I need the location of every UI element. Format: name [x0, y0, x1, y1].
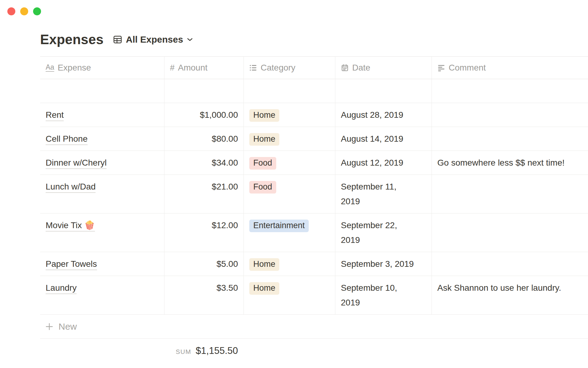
cell-category[interactable]: Entertainment: [244, 213, 335, 252]
cell-date[interactable]: August 14, 2019: [335, 127, 432, 151]
table-row: Dinner w/Cheryl$34.00FoodAugust 12, 2019…: [40, 151, 588, 175]
expense-title: Rent: [46, 110, 64, 121]
expense-title: Lunch w/Dad: [46, 182, 96, 193]
page: Expenses All Expenses AaExpense#AmountCa…: [0, 0, 588, 356]
date-text: 2019: [341, 236, 426, 245]
new-row-button[interactable]: New: [40, 315, 588, 339]
cell-expense[interactable]: Rent: [40, 103, 164, 127]
view-switcher[interactable]: All Expenses: [113, 34, 193, 45]
sum-row: SUM $1,155.50: [40, 339, 588, 356]
cell-category[interactable]: Home: [244, 252, 335, 276]
cell-date[interactable]: September 3, 2019: [335, 252, 432, 276]
zoom-button[interactable]: [33, 7, 41, 15]
column-header-comment[interactable]: Comment: [432, 57, 588, 79]
amount-sum[interactable]: SUM $1,155.50: [164, 339, 244, 356]
cell-category[interactable]: Home: [244, 127, 335, 151]
page-title: Expenses: [40, 32, 104, 47]
cell-category[interactable]: Food: [244, 151, 335, 174]
expense-title: Laundry: [46, 283, 77, 294]
column-header-category[interactable]: Category: [244, 57, 335, 79]
sum-label: SUM: [176, 348, 191, 355]
expense-title: Paper Towels: [46, 259, 97, 270]
cell-expense[interactable]: Dinner w/Cheryl: [40, 151, 164, 174]
chevron-down-icon: [187, 37, 193, 42]
view-name: All Expenses: [126, 34, 183, 45]
column-label: Comment: [449, 63, 486, 73]
cell-date[interactable]: August 28, 2019: [335, 103, 432, 127]
sum-value: $1,155.50: [196, 345, 238, 356]
cell-category[interactable]: Home: [244, 103, 335, 127]
cell-date[interactable]: September 22,2019: [335, 213, 432, 252]
table-row: [40, 79, 588, 103]
date-text: August 28, 2019: [341, 110, 426, 120]
table-row: Laundry$3.50HomeSeptember 10,2019Ask Sha…: [40, 276, 588, 315]
category-tag: Home: [249, 282, 279, 295]
cell-expense[interactable]: Lunch w/Dad: [40, 175, 164, 213]
cell-category[interactable]: Food: [244, 175, 335, 213]
date-text: September 10,: [341, 283, 426, 293]
date-text: 2019: [341, 197, 426, 206]
date-text: 2019: [341, 298, 426, 307]
category-tag: Home: [249, 109, 279, 122]
cell-date[interactable]: [335, 79, 432, 103]
cell-expense[interactable]: Movie Tix 🍿: [40, 213, 164, 252]
cell-comment[interactable]: [432, 213, 588, 252]
cell-expense[interactable]: Laundry: [40, 276, 164, 314]
column-header-expense[interactable]: AaExpense: [40, 57, 164, 79]
cell-amount[interactable]: $1,000.00: [164, 103, 244, 127]
table-row: Rent$1,000.00HomeAugust 28, 2019: [40, 103, 588, 127]
category-tag: Food: [249, 181, 276, 194]
cell-comment[interactable]: [432, 252, 588, 276]
cell-comment[interactable]: Ask Shannon to use her laundry.: [432, 276, 588, 314]
table-row: Cell Phone$80.00HomeAugust 14, 2019: [40, 127, 588, 151]
cell-amount[interactable]: $80.00: [164, 127, 244, 151]
cell-comment[interactable]: [432, 79, 588, 103]
cell-comment[interactable]: [432, 103, 588, 127]
expenses-table: AaExpense#AmountCategoryDateComment Rent…: [40, 56, 588, 356]
expense-title: Movie Tix 🍿: [46, 220, 95, 232]
new-row-label: New: [58, 321, 77, 332]
expense-title: Dinner w/Cheryl: [46, 158, 107, 169]
column-header-date[interactable]: Date: [335, 57, 432, 79]
cell-category[interactable]: [244, 79, 335, 103]
cell-amount[interactable]: [164, 79, 244, 103]
title-icon: Aa: [46, 64, 54, 72]
cell-date[interactable]: August 12, 2019: [335, 151, 432, 174]
category-tag: Home: [249, 133, 279, 146]
cell-amount[interactable]: $21.00: [164, 175, 244, 213]
column-header-amount[interactable]: #Amount: [164, 57, 244, 79]
cell-expense[interactable]: Paper Towels: [40, 252, 164, 276]
column-label: Expense: [58, 63, 91, 73]
close-button[interactable]: [7, 7, 15, 15]
table-row: Lunch w/Dad$21.00FoodSeptember 11,2019: [40, 175, 588, 213]
table-header-row: AaExpense#AmountCategoryDateComment: [40, 57, 588, 79]
category-tag: Food: [249, 157, 276, 170]
cell-amount[interactable]: $3.50: [164, 276, 244, 314]
table-row: Paper Towels$5.00HomeSeptember 3, 2019: [40, 252, 588, 276]
date-text: August 12, 2019: [341, 158, 426, 167]
page-header: Expenses All Expenses: [40, 31, 588, 48]
cell-category[interactable]: Home: [244, 276, 335, 314]
select-icon: [249, 64, 257, 72]
column-label: Date: [352, 63, 370, 73]
cell-expense[interactable]: [40, 79, 164, 103]
date-text: September 3, 2019: [341, 259, 426, 269]
window-controls: [7, 7, 41, 15]
cell-comment[interactable]: Go somewhere less $$ next time!: [432, 151, 588, 174]
cell-comment[interactable]: [432, 127, 588, 151]
calendar-icon: [341, 64, 349, 72]
cell-amount[interactable]: $34.00: [164, 151, 244, 174]
cell-expense[interactable]: Cell Phone: [40, 127, 164, 151]
date-text: August 14, 2019: [341, 134, 426, 144]
date-text: September 22,: [341, 221, 426, 230]
category-tag: Home: [249, 258, 279, 271]
cell-comment[interactable]: [432, 175, 588, 213]
cell-amount[interactable]: $5.00: [164, 252, 244, 276]
cell-date[interactable]: September 11,2019: [335, 175, 432, 213]
number-icon: #: [170, 64, 175, 72]
cell-date[interactable]: September 10,2019: [335, 276, 432, 314]
cell-amount[interactable]: $12.00: [164, 213, 244, 252]
minimize-button[interactable]: [20, 7, 28, 15]
text-align-icon: [437, 64, 445, 72]
category-tag: Entertainment: [249, 220, 309, 232]
